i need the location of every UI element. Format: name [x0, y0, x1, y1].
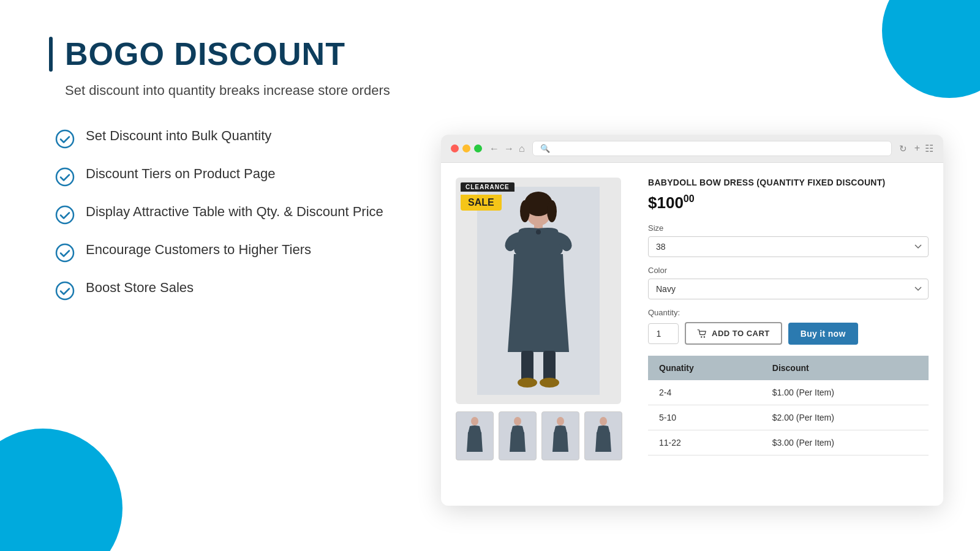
- svg-rect-12: [521, 351, 533, 381]
- add-to-cart-label: ADD TO CART: [712, 329, 770, 338]
- home-icon[interactable]: ⌂: [519, 143, 525, 154]
- quantity-column-header: Qunatity: [648, 356, 761, 380]
- quantity-input[interactable]: [648, 323, 679, 344]
- price-display: $10000: [648, 193, 695, 212]
- discount-cell: $1.00 (Per Item): [761, 380, 929, 405]
- thumbnail-4[interactable]: [584, 411, 622, 460]
- price-cents: 00: [684, 193, 695, 204]
- svg-point-8: [520, 200, 530, 222]
- browser-toolbar: ← → ⌂ 🔍 ↻ + ☷: [441, 135, 943, 163]
- browser-action-icons: + ☷: [914, 143, 933, 154]
- check-icon: [55, 281, 75, 301]
- svg-point-9: [547, 200, 557, 222]
- list-item: Discount Tiers on Product Page: [55, 166, 392, 187]
- buy-now-button[interactable]: Buy it now: [788, 323, 858, 345]
- discount-table: Qunatity Discount 2-4 $1.00 (Per Item) 5…: [648, 356, 929, 455]
- svg-rect-13: [543, 351, 556, 381]
- search-icon: 🔍: [540, 144, 550, 153]
- qty-range-cell: 2-4: [648, 380, 761, 405]
- more-options-icon[interactable]: ☷: [925, 143, 933, 154]
- feature-text: Display Attractive Table with Qty. & Dis…: [86, 204, 383, 220]
- svg-point-17: [514, 417, 521, 425]
- sale-badge: SALE: [461, 195, 502, 211]
- decorative-circle-top-right: [882, 0, 980, 98]
- svg-point-14: [518, 378, 537, 388]
- table-row: 2-4 $1.00 (Per Item): [648, 380, 929, 405]
- product-details-section: BABYDOLL BOW DRESS (QUANTITY FIXED DISCO…: [648, 178, 929, 491]
- qty-range-cell: 11-22: [648, 430, 761, 455]
- check-icon: [55, 129, 75, 149]
- browser-navigation: ← → ⌂: [489, 143, 525, 154]
- feature-list: Set Discount into Bulk Quantity Discount…: [55, 128, 392, 301]
- svg-point-18: [557, 417, 564, 425]
- thumbnail-3[interactable]: [541, 411, 579, 460]
- thumbnail-2[interactable]: [499, 411, 537, 460]
- svg-point-0: [56, 130, 74, 148]
- list-item: Boost Store Sales: [55, 280, 392, 301]
- browser-mockup: ← → ⌂ 🔍 ↻ + ☷ CLEARANCE SALE: [441, 135, 943, 506]
- add-to-cart-button[interactable]: ADD TO CART: [685, 322, 782, 345]
- discount-column-header: Discount: [761, 356, 929, 380]
- svg-point-1: [56, 168, 74, 186]
- decorative-circle-bottom-left: [0, 429, 123, 551]
- check-icon: [55, 243, 75, 263]
- product-main-image: CLEARANCE SALE: [456, 178, 621, 404]
- page-title: BOGO DISCOUNT: [65, 37, 345, 72]
- svg-point-11: [536, 230, 541, 234]
- qty-range-cell: 5-10: [648, 405, 761, 430]
- quantity-label: Quantity:: [648, 308, 929, 317]
- browser-close-dot[interactable]: [451, 144, 459, 152]
- size-select[interactable]: 38 36 40 42 44: [648, 236, 929, 257]
- feature-text: Encourage Customers to Higher Tiers: [86, 242, 311, 258]
- add-tab-icon[interactable]: +: [914, 143, 920, 154]
- product-thumbnail-row: [456, 411, 633, 460]
- title-bar: BOGO DISCOUNT: [49, 37, 392, 72]
- thumbnail-1[interactable]: [456, 411, 494, 460]
- clearance-badge: CLEARANCE: [461, 182, 514, 192]
- forward-icon[interactable]: →: [504, 143, 514, 154]
- table-row: 5-10 $2.00 (Per Item): [648, 405, 929, 430]
- browser-address-bar[interactable]: 🔍: [532, 141, 892, 156]
- discount-table-header: Qunatity Discount: [648, 356, 929, 380]
- table-row: 11-22 $3.00 (Per Item): [648, 430, 929, 455]
- svg-point-4: [56, 282, 74, 299]
- feature-text: Discount Tiers on Product Page: [86, 166, 275, 182]
- check-icon: [55, 205, 75, 225]
- product-figure: [456, 178, 621, 404]
- cart-row: ADD TO CART Buy it now: [648, 322, 929, 345]
- left-section: BOGO DISCOUNT Set discount into quantity…: [49, 37, 392, 318]
- svg-point-21: [704, 336, 705, 337]
- svg-point-20: [701, 336, 702, 337]
- color-label: Color: [648, 266, 929, 275]
- browser-content: CLEARANCE SALE: [441, 163, 943, 506]
- page-subtitle: Set discount into quantity breaks increa…: [65, 83, 392, 99]
- product-title: BABYDOLL BOW DRESS (QUANTITY FIXED DISCO…: [648, 178, 929, 187]
- svg-point-2: [56, 206, 74, 223]
- svg-point-3: [56, 244, 74, 261]
- discount-cell: $3.00 (Per Item): [761, 430, 929, 455]
- product-images-section: CLEARANCE SALE: [456, 178, 633, 491]
- title-accent-bar: [49, 37, 53, 72]
- feature-text: Boost Store Sales: [86, 280, 194, 296]
- svg-point-19: [600, 417, 607, 425]
- list-item: Encourage Customers to Higher Tiers: [55, 242, 392, 263]
- cart-icon: [697, 329, 707, 338]
- color-select[interactable]: Navy Black White Red: [648, 279, 929, 299]
- feature-text: Set Discount into Bulk Quantity: [86, 128, 271, 144]
- buy-now-label: Buy it now: [801, 329, 846, 339]
- product-price: $10000: [648, 193, 929, 212]
- size-label: Size: [648, 223, 929, 233]
- svg-point-15: [540, 378, 559, 388]
- check-icon: [55, 167, 75, 187]
- browser-maximize-dot[interactable]: [474, 144, 482, 152]
- back-icon[interactable]: ←: [489, 143, 499, 154]
- list-item: Set Discount into Bulk Quantity: [55, 128, 392, 149]
- svg-point-16: [471, 417, 478, 425]
- browser-minimize-dot[interactable]: [462, 144, 470, 152]
- discount-cell: $2.00 (Per Item): [761, 405, 929, 430]
- browser-window-controls: [451, 144, 482, 152]
- refresh-icon[interactable]: ↻: [899, 143, 907, 154]
- list-item: Display Attractive Table with Qty. & Dis…: [55, 204, 392, 225]
